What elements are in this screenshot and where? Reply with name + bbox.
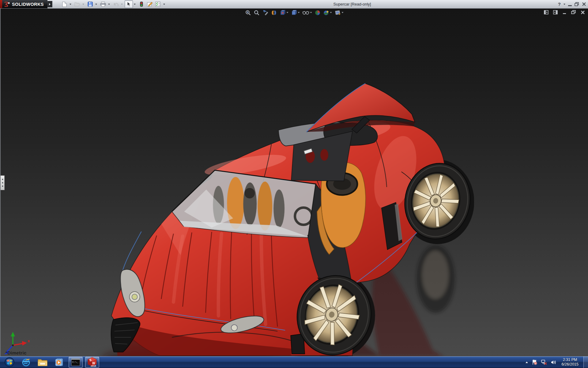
open-caret[interactable]	[81, 1, 85, 8]
windows-start-icon	[4, 357, 15, 367]
save-caret[interactable]	[94, 1, 98, 8]
window-controls: ?	[558, 0, 586, 8]
minimize-button[interactable]	[568, 5, 572, 6]
zoom-to-area-icon	[254, 10, 260, 16]
feature-tree-flyout-tab[interactable]	[1, 175, 5, 190]
command-prompt-icon: C:\_	[71, 358, 80, 366]
collapse-arrow-icon	[2, 178, 3, 180]
view-settings-caret[interactable]	[342, 12, 344, 13]
traffic-light-button[interactable]	[138, 0, 146, 8]
open-button[interactable]	[73, 0, 81, 8]
taskbar-clock[interactable]: 2:31 PM 6/26/2015	[561, 358, 579, 367]
help-caret[interactable]	[564, 4, 565, 5]
zoom-to-fit-button[interactable]	[245, 9, 252, 16]
hide-show-items-button[interactable]	[302, 9, 313, 16]
system-tray: 2:31 PM 6/26/2015	[526, 356, 588, 368]
undo-caret[interactable]	[120, 1, 124, 8]
save-icon	[88, 2, 93, 7]
select-caret[interactable]	[133, 1, 137, 8]
save-button[interactable]	[86, 0, 94, 8]
heads-up-view-toolbar	[245, 9, 344, 16]
display-style-caret[interactable]	[298, 12, 300, 13]
view-orientation-icon	[280, 10, 286, 16]
doc-restore-button[interactable]	[571, 10, 576, 14]
taskbar-command-prompt[interactable]: C:\_	[69, 357, 83, 368]
solidworks-logo-icon	[4, 2, 10, 7]
solidworks-window: SOLIDWORKS	[0, 0, 588, 368]
restore-button[interactable]	[575, 2, 579, 6]
collapse-arrow-icon	[2, 185, 3, 187]
clock-date: 6/26/2015	[561, 362, 579, 367]
taskbar-internet-explorer[interactable]	[19, 357, 33, 368]
supercar-model[interactable]	[111, 83, 477, 356]
print-icon	[100, 2, 106, 7]
show-hidden-icons-button[interactable]	[526, 362, 528, 363]
hide-show-caret[interactable]	[310, 12, 312, 13]
triad-x-arrow	[22, 341, 27, 346]
view-orientation-caret[interactable]	[287, 12, 288, 13]
doc-minimize-button[interactable]	[562, 10, 567, 14]
options-checklist-icon	[155, 2, 161, 7]
help-button[interactable]: ?	[558, 2, 561, 6]
apply-scene-icon	[323, 10, 329, 16]
taskbar-file-explorer[interactable]	[36, 357, 50, 368]
logo-text: SOLIDWORKS	[12, 2, 44, 7]
cmd-icon-text: C:\_	[72, 361, 78, 363]
section-view-button[interactable]	[271, 9, 278, 16]
traffic-light-icon	[140, 2, 143, 7]
graphics-area[interactable]: x	[0, 9, 588, 356]
start-button[interactable]	[2, 357, 17, 368]
action-center-icon[interactable]	[532, 359, 537, 365]
document-window-controls	[544, 10, 585, 14]
open-icon	[74, 2, 80, 7]
window-title: Supercar [Read-only]	[334, 0, 371, 8]
window-titlebar: SOLIDWORKS	[0, 0, 588, 9]
select-button[interactable]	[125, 0, 133, 8]
collapse-arrow-icon	[2, 182, 3, 184]
edit-appearance-icon	[315, 10, 321, 16]
doc-close-button[interactable]	[581, 10, 585, 14]
edit-note-icon	[147, 2, 153, 7]
view-orientation-button[interactable]	[279, 9, 289, 16]
close-button[interactable]	[582, 2, 586, 6]
previous-view-button[interactable]	[262, 9, 269, 16]
taskbar-media-player[interactable]	[52, 357, 66, 368]
zoom-to-area-button[interactable]	[253, 9, 260, 16]
edit-note-button[interactable]	[146, 0, 154, 8]
volume-icon[interactable]	[551, 360, 556, 365]
sw-year: 2015	[91, 365, 96, 367]
flyout-arrow-icon	[49, 3, 51, 6]
media-player-icon	[54, 357, 64, 367]
view-settings-button[interactable]	[334, 9, 344, 16]
new-document-button[interactable]	[60, 0, 69, 8]
internet-explorer-icon	[21, 357, 31, 367]
pane-toggle-left-icon[interactable]	[544, 10, 548, 14]
edit-appearance-button[interactable]	[314, 9, 321, 16]
hide-show-items-icon	[303, 10, 309, 15]
print-button[interactable]	[99, 0, 107, 8]
solidworks-2015-icon: S W 2015	[87, 357, 97, 367]
windows-taskbar: C:\_ S W 2015	[0, 356, 588, 368]
3d-scene[interactable]: x	[1, 9, 588, 356]
file-explorer-icon	[37, 358, 48, 367]
options-caret[interactable]	[162, 1, 166, 8]
pane-toggle-right-icon[interactable]	[553, 10, 558, 14]
undo-button[interactable]	[112, 0, 120, 8]
select-cursor-icon	[126, 2, 131, 7]
view-settings-icon	[335, 10, 341, 15]
display-style-button[interactable]	[291, 9, 300, 16]
triad-x-label: x	[28, 339, 30, 343]
taskbar-solidworks[interactable]: S W 2015	[85, 357, 99, 368]
section-view-icon	[271, 10, 277, 16]
options-checklist-button[interactable]	[154, 0, 162, 8]
logo-flyout-arrow[interactable]	[47, 1, 52, 7]
view-orientation-label: *Dimetric	[6, 350, 27, 355]
new-document-caret[interactable]	[69, 1, 72, 8]
sw-letter-s: S	[89, 358, 92, 362]
apply-scene-caret[interactable]	[330, 12, 332, 13]
show-desktop-button[interactable]	[583, 356, 588, 368]
apply-scene-button[interactable]	[323, 9, 333, 16]
network-status-icon[interactable]	[541, 359, 547, 365]
previous-view-icon	[262, 10, 269, 15]
print-caret[interactable]	[107, 1, 111, 8]
